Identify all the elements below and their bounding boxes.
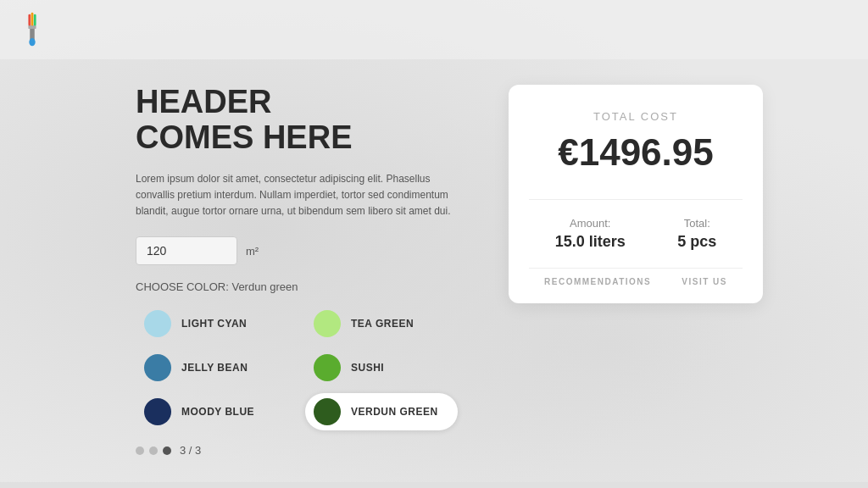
description-text: Lorem ipsum dolor sit amet, consectetur …	[136, 171, 458, 220]
color-option-light-cyan[interactable]: LIGHT CYAN	[136, 305, 288, 342]
page-wrapper: HEADER COMES HERE Lorem ipsum dolor sit …	[0, 0, 868, 488]
svg-rect-2	[28, 14, 31, 26]
main-header: HEADER COMES HERE	[136, 85, 458, 156]
amount-value: 15.0 liters	[555, 233, 626, 251]
pagination-dot-3[interactable]	[163, 446, 171, 455]
choose-color-label: CHOOSE COLOR: Verdun green	[136, 280, 458, 293]
right-panel: TOTAL COST €1496.95 Amount: 15.0 liters …	[509, 85, 763, 303]
top-bar	[0, 0, 868, 59]
page-count: 3 / 3	[180, 444, 201, 457]
logo-icon	[17, 11, 47, 48]
svg-rect-4	[34, 14, 36, 26]
color-grid: LIGHT CYAN TEA GREEN JELLY BEAN SUSHI	[136, 305, 458, 430]
amount-label: Amount:	[555, 217, 626, 230]
total-value: 5 pcs	[677, 233, 716, 251]
color-name-verdun-green: VERDUN GREEN	[351, 406, 438, 418]
color-name-moody-blue: MOODY BLUE	[181, 406, 254, 418]
color-option-jelly-bean[interactable]: JELLY BEAN	[136, 349, 288, 386]
color-option-verdun-green[interactable]: VERDUN GREEN	[305, 393, 458, 430]
pagination-dot-1[interactable]	[136, 446, 144, 455]
color-name-jelly-bean: JELLY BEAN	[181, 362, 248, 374]
color-swatch-jelly-bean	[144, 354, 171, 381]
color-option-moody-blue[interactable]: MOODY BLUE	[136, 393, 288, 430]
color-name-light-cyan: LIGHT CYAN	[181, 318, 247, 330]
area-input[interactable]	[136, 236, 237, 265]
color-swatch-sushi	[314, 354, 341, 381]
total-label: Total:	[677, 217, 716, 230]
color-option-sushi[interactable]: SUSHI	[305, 349, 458, 386]
area-input-row: m²	[136, 236, 458, 265]
bottom-section: OUR RECOMMENDED PRODUCTS	[0, 482, 868, 488]
recommendations-link[interactable]: RECOMMENDATIONS	[544, 277, 651, 286]
svg-rect-3	[31, 13, 34, 26]
color-swatch-moody-blue	[144, 398, 171, 425]
total-cost-value: €1496.95	[529, 131, 743, 174]
color-option-tea-green[interactable]: TEA GREEN	[305, 305, 458, 342]
main-content: HEADER COMES HERE Lorem ipsum dolor sit …	[0, 59, 868, 474]
pagination-dot-2[interactable]	[149, 446, 158, 455]
color-swatch-light-cyan	[144, 310, 171, 337]
cost-card: TOTAL COST €1496.95 Amount: 15.0 liters …	[509, 85, 763, 303]
color-name-tea-green: TEA GREEN	[351, 318, 414, 330]
color-swatch-verdun-green	[314, 398, 341, 425]
color-swatch-tea-green	[314, 310, 341, 337]
pagination: 3 / 3	[136, 444, 458, 457]
total-cost-label: TOTAL COST	[529, 110, 743, 123]
cost-details: Amount: 15.0 liters Total: 5 pcs	[529, 217, 743, 251]
amount-detail: Amount: 15.0 liters	[555, 217, 626, 251]
color-name-sushi: SUSHI	[351, 362, 384, 374]
cost-links: RECOMMENDATIONS VISIT US	[529, 268, 743, 286]
visit-us-link[interactable]: VISIT US	[682, 277, 727, 286]
left-panel: HEADER COMES HERE Lorem ipsum dolor sit …	[136, 85, 458, 457]
svg-point-5	[29, 38, 35, 46]
area-unit: m²	[246, 245, 259, 258]
total-detail: Total: 5 pcs	[677, 217, 716, 251]
cost-divider	[529, 199, 743, 200]
